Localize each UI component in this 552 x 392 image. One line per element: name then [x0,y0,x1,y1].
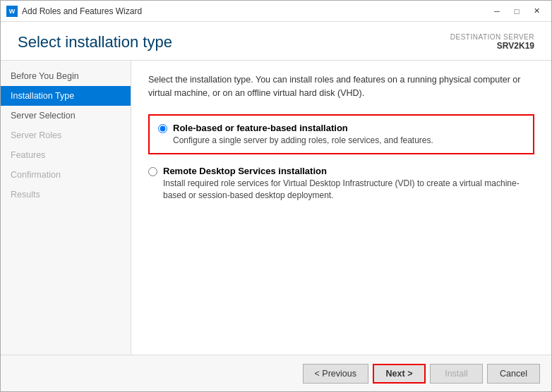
sidebar-item-features: Features [1,145,131,165]
option-remote-desktop[interactable]: Remote Desktop Services installation Ins… [148,166,534,202]
option-role-based-desc: Configure a single server by adding role… [173,135,433,147]
cancel-button[interactable]: Cancel [487,364,540,384]
sidebar-item-before-you-begin[interactable]: Before You Begin [1,66,131,86]
next-button[interactable]: Next > [373,364,426,384]
radio-role-based[interactable] [158,124,167,133]
install-button: Install [430,364,483,384]
content-area: Select the installation type. You can in… [131,61,551,355]
sidebar-item-results: Results [1,185,131,204]
title-bar: W Add Roles and Features Wizard ─ □ ✕ [1,1,551,22]
content-description: Select the installation type. You can in… [148,73,534,100]
sidebar-item-confirmation: Confirmation [1,165,131,185]
wizard-body: Before You Begin Installation Type Serve… [1,61,551,355]
option-role-based[interactable]: Role-based or feature-based installation… [148,114,534,155]
app-icon: W [6,6,18,17]
wizard-window: W Add Roles and Features Wizard ─ □ ✕ Se… [0,0,552,392]
destination-server-info: DESTINATION SERVER SRV2K19 [450,33,534,51]
window-title: Add Roles and Features Wizard [22,6,488,16]
sidebar-item-server-selection[interactable]: Server Selection [1,106,131,125]
option-remote-desktop-desc: Install required role services for Virtu… [163,178,534,202]
option-remote-desktop-text: Remote Desktop Services installation Ins… [163,166,534,202]
sidebar-item-installation-type[interactable]: Installation Type [1,86,131,106]
wizard-header: Select installation type DESTINATION SER… [1,22,551,61]
option-role-based-text: Role-based or feature-based installation… [173,123,433,147]
sidebar: Before You Begin Installation Type Serve… [1,61,131,355]
option-role-based-title: Role-based or feature-based installation [173,123,433,133]
page-title: Select installation type [18,33,172,51]
sidebar-item-server-roles: Server Roles [1,125,131,145]
close-button[interactable]: ✕ [527,4,546,18]
destination-server-label: DESTINATION SERVER [450,33,534,41]
footer: < Previous Next > Install Cancel [1,355,551,391]
destination-server-name: SRV2K19 [450,41,534,51]
installation-options: Role-based or feature-based installation… [148,114,534,202]
window-controls: ─ □ ✕ [488,4,546,18]
previous-button[interactable]: < Previous [303,364,368,384]
option-remote-desktop-title: Remote Desktop Services installation [163,166,534,176]
minimize-button[interactable]: ─ [488,4,506,18]
radio-remote-desktop[interactable] [148,167,157,176]
maximize-button[interactable]: □ [508,4,526,18]
